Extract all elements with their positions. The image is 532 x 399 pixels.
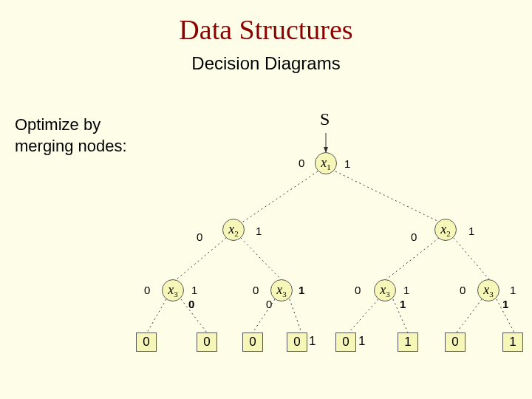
leaf-4: 0 [335, 332, 356, 352]
node-x2-left: x2 [222, 219, 245, 241]
edge-x3a-t0 [147, 299, 166, 332]
leaf-3b: 1 [309, 334, 316, 349]
label-x3b-under: 0 [266, 298, 272, 310]
node-x1: x1 [315, 152, 337, 174]
s-label: S [320, 109, 330, 129]
edge-x2R-x3c [386, 238, 439, 279]
label-x3c-under: 1 [400, 298, 406, 310]
label-x3a-1: 1 [191, 284, 197, 296]
label-x3d-under: 1 [502, 298, 508, 310]
label-x1-0: 0 [299, 157, 304, 169]
node-x3d-sub: 3 [489, 290, 494, 299]
diagram-stage: S x1 0 1 x2 0 1 x2 0 1 x3 0 1 0 x3 0 0 1… [0, 0, 532, 399]
label-x3c-0: 0 [355, 284, 361, 296]
label-x3d-0: 0 [460, 284, 466, 296]
node-x3c-sub: 3 [386, 290, 390, 299]
label-x3b-1: 1 [299, 284, 304, 296]
edge-x2R-x3d [454, 238, 489, 279]
leaf-1: 0 [197, 332, 217, 352]
label-x2L-0: 0 [197, 231, 202, 243]
node-x2-right: x2 [434, 219, 457, 241]
edge-x3c-t4 [349, 299, 378, 332]
edge-x2L-x3a [177, 238, 226, 279]
node-x2R-sub: 2 [446, 229, 451, 238]
label-x3c-1: 1 [403, 284, 409, 296]
edge-x3b-t3 [290, 299, 301, 332]
label-x3a-under: 0 [188, 298, 194, 310]
node-x1-sub: 1 [327, 163, 331, 171]
edge-x1-x2R [335, 171, 442, 223]
node-x3-b: x3 [270, 279, 293, 301]
edge-x3d-t6 [457, 299, 482, 332]
leaf-0: 0 [136, 332, 157, 352]
node-x3-d: x3 [477, 279, 499, 301]
label-x2R-1: 1 [468, 225, 474, 237]
label-x3d-1: 1 [510, 284, 516, 296]
edge-x1-x2L [241, 171, 318, 223]
leaf-3: 0 [287, 332, 307, 352]
label-x1-1: 1 [344, 157, 350, 170]
node-x3-c: x3 [374, 279, 396, 301]
label-x3a-0: 0 [144, 284, 150, 296]
node-x3-a: x3 [162, 279, 184, 301]
leaf-6: 0 [445, 332, 466, 352]
label-x2R-0: 0 [411, 231, 417, 243]
node-x3a-sub: 3 [174, 290, 178, 299]
node-x3b-sub: 3 [282, 290, 287, 299]
leaf-5: 1 [398, 332, 418, 352]
node-x2L-sub: 2 [234, 229, 239, 238]
edge-x2L-x3b [241, 238, 281, 279]
label-x2L-1: 1 [256, 225, 262, 237]
leaf-4b: 1 [358, 334, 365, 349]
leaf-7: 1 [502, 332, 523, 352]
leaf-2: 0 [242, 332, 263, 352]
label-x3b-0: 0 [253, 284, 259, 296]
